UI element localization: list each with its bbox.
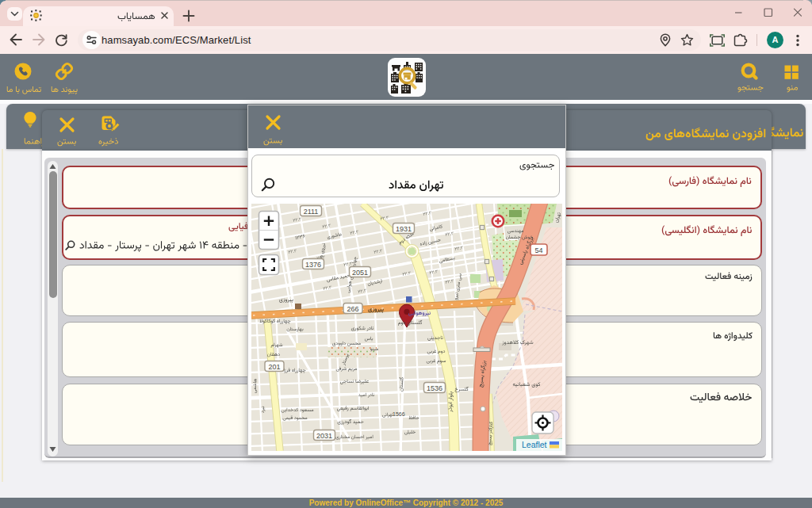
svg-text:201: 201: [268, 363, 280, 371]
svg-text:54: 54: [534, 246, 542, 254]
svg-text:1931: 1931: [396, 225, 412, 233]
svg-text:Leaflet: Leaflet: [522, 440, 547, 449]
svg-text:1376: 1376: [305, 261, 321, 269]
svg-text:2031: 2031: [316, 432, 332, 440]
svg-text:266: 266: [347, 305, 358, 313]
svg-text:1566: 1566: [393, 411, 405, 417]
svg-text:2051: 2051: [352, 269, 368, 277]
svg-text:1536: 1536: [427, 384, 442, 392]
svg-text:2111: 2111: [304, 208, 319, 216]
